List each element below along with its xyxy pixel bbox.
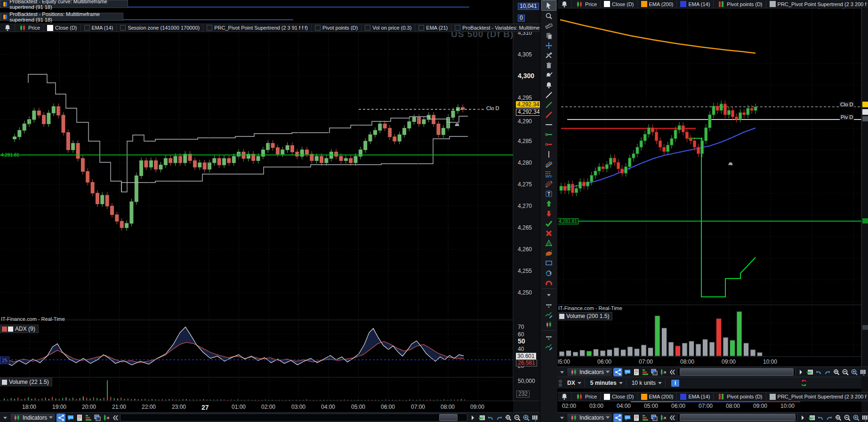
go-to-date-button[interactable] <box>807 414 815 422</box>
undo-button[interactable] <box>486 414 494 422</box>
right-price-axis-clipped[interactable] <box>861 8 868 366</box>
go-to-date-button[interactable] <box>477 414 485 422</box>
bar-spacing-button[interactable] <box>859 368 867 376</box>
right-indicator-item-ema-200[interactable]: EMA (200) <box>638 0 677 8</box>
share-button[interactable] <box>613 414 622 422</box>
zoom-in-button[interactable] <box>852 414 860 422</box>
scroll-right-button[interactable] <box>796 368 804 376</box>
left-indicator-item-price[interactable]: Price <box>15 24 44 32</box>
bottom-indicator-item-ema-14[interactable]: EMA (14) <box>677 392 714 401</box>
workspace-button[interactable] <box>650 414 658 422</box>
indicators-button[interactable]: Indicators <box>10 413 56 422</box>
workspace-button[interactable] <box>650 368 658 376</box>
share-button[interactable] <box>56 414 65 422</box>
chart-style-icon[interactable] <box>542 319 556 329</box>
zoom-in-button[interactable] <box>522 414 530 422</box>
news-button[interactable] <box>632 368 640 376</box>
alert-on-line-tool[interactable] <box>542 70 556 80</box>
backtest-positions-window-bar[interactable]: ProBacktest - Positions: Multitimeframe … <box>0 13 123 21</box>
zoom-selection-button[interactable] <box>504 414 512 422</box>
collapse-caret-icon[interactable] <box>542 290 556 300</box>
right-indicator-item-close-d[interactable]: Close (D) <box>601 0 637 8</box>
collapse-panel-icon[interactable] <box>558 414 566 422</box>
edit-indicator-icon[interactable] <box>542 310 556 319</box>
indicator-checkbox[interactable] <box>120 25 126 31</box>
time-scrollbar[interactable] <box>677 414 797 422</box>
share-button[interactable] <box>613 368 622 376</box>
volume-legend-right[interactable]: Volume (200 1.5) <box>557 312 612 320</box>
more-tools-icon[interactable] <box>542 332 556 342</box>
indicator-checkbox[interactable] <box>315 25 321 31</box>
zoom-selection-button[interactable] <box>834 414 842 422</box>
trendline-tool[interactable] <box>542 90 556 100</box>
left-indicator-item-icon[interactable] <box>0 24 15 32</box>
left-indicator-item-close-d[interactable]: Close (D) <box>44 24 80 32</box>
news-button[interactable] <box>75 414 83 422</box>
redo-button[interactable] <box>495 414 503 422</box>
comments-button[interactable] <box>623 368 631 376</box>
triangle-tool[interactable] <box>542 238 556 248</box>
edit-indicator-icon[interactable] <box>542 342 556 351</box>
indicator-checkbox[interactable] <box>207 25 212 31</box>
bottom-indicator-item-prc-pivot-point-supertrend-2-3-200-f-f-f[interactable]: PRC_Pivot Point Supertrend (2 3 200 f f … <box>766 392 868 401</box>
trendline-green-tool[interactable] <box>542 100 556 110</box>
redo-button[interactable] <box>823 368 831 376</box>
rotate-tool[interactable] <box>542 268 556 278</box>
zoom-tool[interactable] <box>542 11 556 21</box>
scroll-right-button[interactable] <box>468 414 476 422</box>
adx-legend[interactable]: ADX (9) <box>0 325 39 333</box>
zoom-in-button[interactable] <box>850 368 858 376</box>
bottom-indicator-item-ema-200[interactable]: EMA (200) <box>638 392 677 401</box>
trading-button[interactable] <box>659 414 667 422</box>
bottom-indicator-item-pivot-points-d[interactable]: Pivot points (D) <box>714 392 766 401</box>
right-indicator-item-icon[interactable] <box>557 0 572 8</box>
partial-ellipse-tool[interactable] <box>542 278 556 287</box>
horizontal-line-tool[interactable] <box>542 119 556 129</box>
pointer-tool[interactable] <box>541 0 556 11</box>
indicator-checkbox[interactable] <box>84 25 90 31</box>
left-indicator-item-ema-14[interactable]: EMA (14) <box>81 24 117 32</box>
collapse-left-icon[interactable] <box>668 414 676 422</box>
scroll-right-button[interactable] <box>798 414 806 422</box>
indicators-button[interactable]: Indicators <box>567 367 612 377</box>
left-indicator-item-probacktest-variables-multitimeframe-supertren[interactable]: ProBacktest - Variables: Multitimeframe … <box>451 24 540 32</box>
collapse-left-icon[interactable] <box>111 414 119 422</box>
left-indicator-item-vol-on-price-0-3[interactable]: Vol on price (0.3) <box>362 24 415 32</box>
comments-button[interactable] <box>623 414 631 422</box>
undo-button[interactable] <box>814 368 822 376</box>
indicator-checkbox[interactable] <box>418 25 424 31</box>
trendline-red-tool[interactable] <box>542 110 556 119</box>
horizontal-segment-red-tool[interactable] <box>542 139 556 149</box>
time-scrollbar[interactable] <box>677 368 796 376</box>
delete-tool[interactable] <box>542 60 556 70</box>
pane-mini-buttons[interactable] <box>559 380 562 387</box>
refresh-icon[interactable] <box>800 379 808 387</box>
left-indicator-item-prc-pivot-point-supertrend-2-3-91-f-f-f[interactable]: PRC_Pivot Point Supertrend (2 3 91 f f f… <box>203 24 312 32</box>
left-indicator-item-ema-21[interactable]: EMA (21) <box>415 24 451 32</box>
units-selector[interactable]: 10 k units <box>628 379 666 387</box>
zoom-out-button[interactable] <box>841 368 849 376</box>
move-tool[interactable] <box>542 40 556 50</box>
trading-button[interactable] <box>102 414 110 422</box>
left-indicator-item-pivot-points-d[interactable]: Pivot points (D) <box>312 24 362 32</box>
collapse-panel-icon[interactable] <box>558 368 566 376</box>
positions-list-button[interactable] <box>641 414 649 422</box>
backtest-equity-window-bar[interactable]: ProBacktest - Equity curve: Multitimefra… <box>0 0 128 8</box>
time-scrollbar[interactable] <box>120 414 467 422</box>
channel-tool[interactable] <box>542 159 556 169</box>
zoom-out-button[interactable] <box>513 414 521 422</box>
more-tools-icon[interactable] <box>542 300 556 310</box>
ellipse-tool[interactable] <box>542 248 556 258</box>
right-indicator-item-pivot-points-d[interactable]: Pivot points (D) <box>714 0 766 8</box>
comments-button[interactable] <box>66 414 74 422</box>
down-arrow-tool[interactable] <box>542 208 556 218</box>
cross-mark-tool[interactable] <box>542 228 556 238</box>
rectangle-tool[interactable] <box>542 258 556 268</box>
zoom-selection-button[interactable] <box>832 368 840 376</box>
right-indicator-item-prc-pivot-point-supertrend-2-3-200-f-f-f[interactable]: PRC_Pivot Point Supertrend (2 3 200 f f … <box>766 0 868 8</box>
bar-spacing-button[interactable] <box>861 414 868 422</box>
bottom-indicator-item-price[interactable]: Price <box>572 392 601 401</box>
timeframe-selector[interactable]: 5 minutes <box>587 379 627 387</box>
collapse-left-icon[interactable] <box>668 368 676 376</box>
positions-list-button[interactable] <box>84 414 92 422</box>
